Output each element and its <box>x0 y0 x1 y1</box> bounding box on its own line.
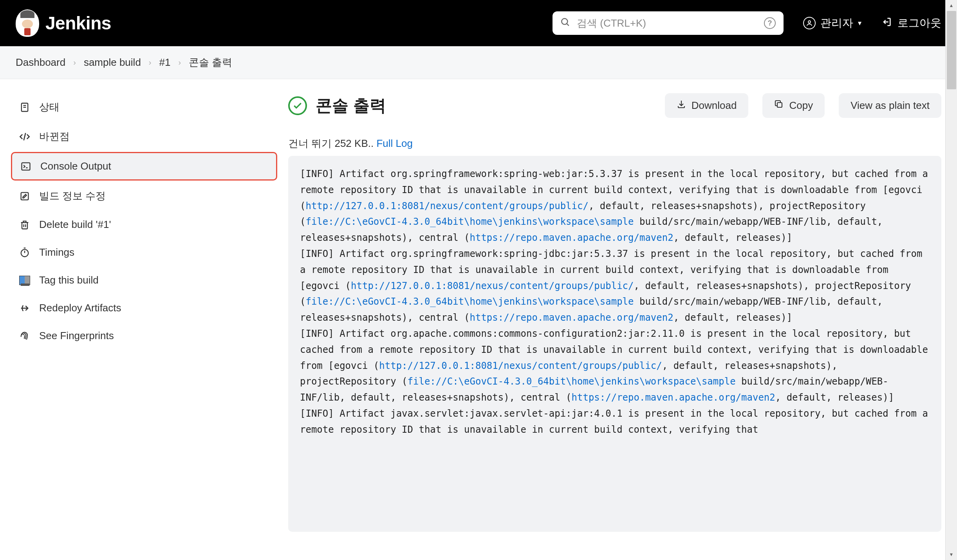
sidebar-item-edit-build-info[interactable]: 빌드 정보 수정 <box>11 182 277 210</box>
chevron-right-icon: › <box>149 58 152 67</box>
search-input[interactable] <box>577 17 758 29</box>
console-link[interactable]: file://C:\eGovCI-4.3.0_64bit\home\jenkin… <box>305 296 634 307</box>
copy-button[interactable]: Copy <box>762 93 825 118</box>
breadcrumb-item[interactable]: sample build <box>84 56 141 69</box>
download-icon <box>677 99 686 112</box>
logout-icon <box>881 16 892 30</box>
fingerprint-icon <box>19 330 31 342</box>
sidebar-item-console-output[interactable]: Console Output <box>11 152 277 181</box>
svg-rect-16 <box>777 103 782 107</box>
full-log-link[interactable]: Full Log <box>376 137 413 149</box>
svg-rect-10 <box>21 192 29 200</box>
brand-name: Jenkins <box>45 13 111 34</box>
copy-icon <box>774 99 784 112</box>
floppy-disk-icon <box>19 275 31 286</box>
terminal-icon <box>20 161 32 172</box>
skip-info: 건너 뛰기 252 KB.. Full Log <box>288 137 941 150</box>
user-label: 관리자 <box>820 16 853 31</box>
redeploy-icon <box>19 302 31 314</box>
view-plain-text-button[interactable]: View as plain text <box>839 93 941 118</box>
svg-line-1 <box>567 23 569 25</box>
console-link[interactable]: file://C:\eGovCI-4.3.0_64bit\home\jenkin… <box>408 376 736 387</box>
chevron-right-icon: › <box>73 58 76 67</box>
stopwatch-icon <box>19 247 31 258</box>
main-content: 콘솔 출력 Download Copy View as plain text 건… <box>288 79 957 560</box>
sidebar-item-label: Delete build '#1' <box>39 219 111 231</box>
chevron-down-icon: ▾ <box>858 19 861 27</box>
search-box[interactable]: ? <box>553 11 784 35</box>
breadcrumb-item[interactable]: Dashboard <box>16 56 65 69</box>
sidebar-item-label: 빌드 정보 수정 <box>39 189 106 203</box>
sidebar-item-label: Console Output <box>40 160 111 172</box>
page-title: 콘솔 출력 <box>316 95 651 117</box>
download-button[interactable]: Download <box>665 93 749 118</box>
sidebar: 상태 바뀐점 Console Output 빌드 정보 수정 Delete bu… <box>0 79 288 560</box>
console-link[interactable]: http://127.0.0.1:8081/nexus/content/grou… <box>379 360 662 371</box>
sidebar-item-label: See Fingerprints <box>39 330 114 342</box>
svg-point-2 <box>808 21 811 23</box>
search-icon <box>560 17 571 29</box>
console-link[interactable]: https://repo.maven.apache.org/maven2 <box>572 392 775 403</box>
user-icon <box>803 17 816 29</box>
browser-scrollbar[interactable]: ▲ ▼ <box>945 0 957 560</box>
console-output: [INFO] Artifact org.springframework:spri… <box>288 156 941 532</box>
sidebar-item-delete-build[interactable]: Delete build '#1' <box>11 211 277 238</box>
sidebar-item-fingerprints[interactable]: See Fingerprints <box>11 323 277 349</box>
breadcrumb-item[interactable]: #1 <box>159 56 171 69</box>
svg-rect-8 <box>22 163 30 170</box>
breadcrumb-item[interactable]: 콘솔 출력 <box>189 56 232 69</box>
jenkins-mascot-icon <box>16 9 39 37</box>
console-link[interactable]: http://127.0.0.1:8081/nexus/content/grou… <box>351 280 634 291</box>
success-check-icon <box>288 96 307 115</box>
console-link[interactable]: https://repo.maven.apache.org/maven2 <box>469 232 673 243</box>
sidebar-item-timings[interactable]: Timings <box>11 239 277 266</box>
sidebar-item-label: Tag this build <box>39 274 99 286</box>
sidebar-item-tag-build[interactable]: Tag this build <box>11 267 277 293</box>
sidebar-item-label: Timings <box>39 246 74 258</box>
console-link[interactable]: http://127.0.0.1:8081/nexus/content/grou… <box>305 201 588 211</box>
top-header: Jenkins ? 관리자 ▾ 로그아웃 <box>0 0 957 46</box>
scroll-up-icon[interactable]: ▲ <box>946 0 957 11</box>
document-icon <box>19 101 31 113</box>
console-link[interactable]: file://C:\eGovCI-4.3.0_64bit\home\jenkin… <box>305 216 634 227</box>
sidebar-item-changes[interactable]: 바뀐점 <box>11 123 277 150</box>
trash-icon <box>19 219 31 231</box>
breadcrumb: Dashboard › sample build › #1 › 콘솔 출력 <box>0 46 957 79</box>
sidebar-item-status[interactable]: 상태 <box>11 93 277 121</box>
logout-label: 로그아웃 <box>897 16 941 31</box>
console-link[interactable]: https://repo.maven.apache.org/maven2 <box>469 312 673 323</box>
help-icon[interactable]: ? <box>764 17 776 29</box>
pencil-icon <box>19 190 31 202</box>
sidebar-item-label: 상태 <box>39 100 60 114</box>
sidebar-item-redeploy-artifacts[interactable]: Redeploy Artifacts <box>11 295 277 321</box>
code-icon <box>19 131 31 143</box>
svg-point-0 <box>562 18 567 24</box>
svg-line-7 <box>24 133 26 140</box>
brand-logo[interactable]: Jenkins <box>16 9 111 37</box>
scrollbar-thumb[interactable] <box>947 11 956 89</box>
sidebar-item-label: 바뀐점 <box>39 130 70 143</box>
scroll-down-icon[interactable]: ▼ <box>946 549 957 560</box>
chevron-right-icon: › <box>178 58 181 67</box>
user-menu[interactable]: 관리자 ▾ <box>803 16 861 31</box>
logout-button[interactable]: 로그아웃 <box>881 16 941 31</box>
sidebar-item-label: Redeploy Artifacts <box>39 302 121 314</box>
